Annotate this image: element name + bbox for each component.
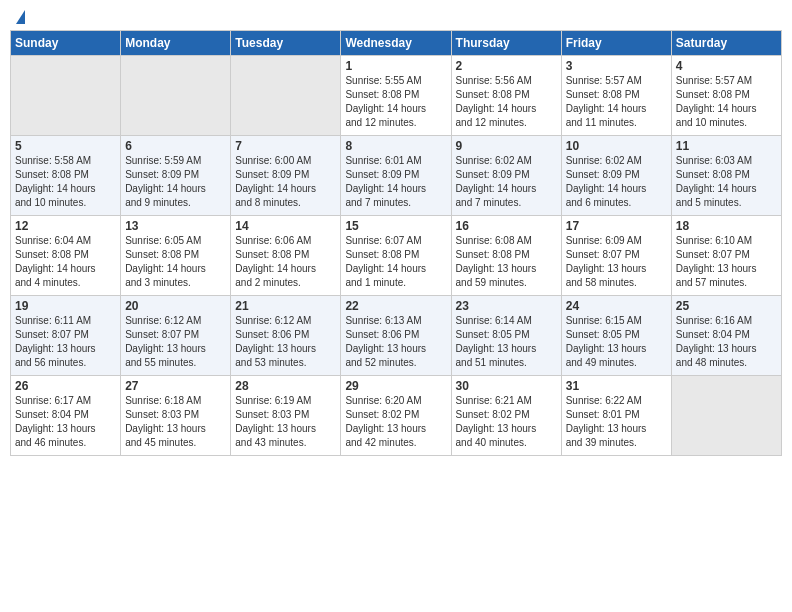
day-info: Sunrise: 6:13 AM Sunset: 8:06 PM Dayligh… [345,314,446,370]
day-number: 28 [235,379,336,393]
day-number: 9 [456,139,557,153]
day-number: 4 [676,59,777,73]
day-info: Sunrise: 6:16 AM Sunset: 8:04 PM Dayligh… [676,314,777,370]
day-info: Sunrise: 6:21 AM Sunset: 8:02 PM Dayligh… [456,394,557,450]
calendar-cell: 11Sunrise: 6:03 AM Sunset: 8:08 PM Dayli… [671,136,781,216]
day-info: Sunrise: 6:18 AM Sunset: 8:03 PM Dayligh… [125,394,226,450]
calendar-cell [11,56,121,136]
day-number: 24 [566,299,667,313]
weekday-header-friday: Friday [561,31,671,56]
day-number: 18 [676,219,777,233]
day-number: 15 [345,219,446,233]
day-info: Sunrise: 6:19 AM Sunset: 8:03 PM Dayligh… [235,394,336,450]
calendar-cell: 9Sunrise: 6:02 AM Sunset: 8:09 PM Daylig… [451,136,561,216]
day-number: 26 [15,379,116,393]
calendar-cell: 31Sunrise: 6:22 AM Sunset: 8:01 PM Dayli… [561,376,671,456]
calendar-cell [671,376,781,456]
day-number: 21 [235,299,336,313]
calendar-cell: 18Sunrise: 6:10 AM Sunset: 8:07 PM Dayli… [671,216,781,296]
day-info: Sunrise: 6:12 AM Sunset: 8:07 PM Dayligh… [125,314,226,370]
calendar-cell: 1Sunrise: 5:55 AM Sunset: 8:08 PM Daylig… [341,56,451,136]
day-info: Sunrise: 6:22 AM Sunset: 8:01 PM Dayligh… [566,394,667,450]
day-number: 30 [456,379,557,393]
day-info: Sunrise: 6:06 AM Sunset: 8:08 PM Dayligh… [235,234,336,290]
calendar-cell: 22Sunrise: 6:13 AM Sunset: 8:06 PM Dayli… [341,296,451,376]
calendar-cell: 6Sunrise: 5:59 AM Sunset: 8:09 PM Daylig… [121,136,231,216]
calendar-cell: 26Sunrise: 6:17 AM Sunset: 8:04 PM Dayli… [11,376,121,456]
calendar-header: SundayMondayTuesdayWednesdayThursdayFrid… [11,31,782,56]
day-number: 10 [566,139,667,153]
weekday-header-tuesday: Tuesday [231,31,341,56]
calendar-table: SundayMondayTuesdayWednesdayThursdayFrid… [10,30,782,456]
calendar-cell: 2Sunrise: 5:56 AM Sunset: 8:08 PM Daylig… [451,56,561,136]
day-number: 13 [125,219,226,233]
day-info: Sunrise: 6:12 AM Sunset: 8:06 PM Dayligh… [235,314,336,370]
day-number: 17 [566,219,667,233]
day-info: Sunrise: 6:07 AM Sunset: 8:08 PM Dayligh… [345,234,446,290]
calendar-cell: 3Sunrise: 5:57 AM Sunset: 8:08 PM Daylig… [561,56,671,136]
weekday-header-sunday: Sunday [11,31,121,56]
day-info: Sunrise: 5:55 AM Sunset: 8:08 PM Dayligh… [345,74,446,130]
calendar-cell: 20Sunrise: 6:12 AM Sunset: 8:07 PM Dayli… [121,296,231,376]
calendar-cell: 7Sunrise: 6:00 AM Sunset: 8:09 PM Daylig… [231,136,341,216]
day-number: 27 [125,379,226,393]
calendar-cell: 8Sunrise: 6:01 AM Sunset: 8:09 PM Daylig… [341,136,451,216]
weekday-header-thursday: Thursday [451,31,561,56]
day-number: 2 [456,59,557,73]
calendar-cell: 16Sunrise: 6:08 AM Sunset: 8:08 PM Dayli… [451,216,561,296]
day-number: 11 [676,139,777,153]
day-info: Sunrise: 6:20 AM Sunset: 8:02 PM Dayligh… [345,394,446,450]
day-number: 29 [345,379,446,393]
calendar-cell: 14Sunrise: 6:06 AM Sunset: 8:08 PM Dayli… [231,216,341,296]
page-header [10,10,782,24]
day-info: Sunrise: 5:57 AM Sunset: 8:08 PM Dayligh… [566,74,667,130]
calendar-cell: 28Sunrise: 6:19 AM Sunset: 8:03 PM Dayli… [231,376,341,456]
calendar-cell: 30Sunrise: 6:21 AM Sunset: 8:02 PM Dayli… [451,376,561,456]
day-info: Sunrise: 6:17 AM Sunset: 8:04 PM Dayligh… [15,394,116,450]
calendar-cell: 5Sunrise: 5:58 AM Sunset: 8:08 PM Daylig… [11,136,121,216]
logo-arrow-icon [16,10,25,24]
day-number: 14 [235,219,336,233]
calendar-cell: 12Sunrise: 6:04 AM Sunset: 8:08 PM Dayli… [11,216,121,296]
calendar-cell: 19Sunrise: 6:11 AM Sunset: 8:07 PM Dayli… [11,296,121,376]
day-info: Sunrise: 6:05 AM Sunset: 8:08 PM Dayligh… [125,234,226,290]
weekday-header-wednesday: Wednesday [341,31,451,56]
calendar-cell: 13Sunrise: 6:05 AM Sunset: 8:08 PM Dayli… [121,216,231,296]
day-number: 23 [456,299,557,313]
day-info: Sunrise: 6:08 AM Sunset: 8:08 PM Dayligh… [456,234,557,290]
calendar-cell: 27Sunrise: 6:18 AM Sunset: 8:03 PM Dayli… [121,376,231,456]
day-info: Sunrise: 5:56 AM Sunset: 8:08 PM Dayligh… [456,74,557,130]
day-number: 16 [456,219,557,233]
day-info: Sunrise: 6:15 AM Sunset: 8:05 PM Dayligh… [566,314,667,370]
weekday-header-saturday: Saturday [671,31,781,56]
calendar-cell: 15Sunrise: 6:07 AM Sunset: 8:08 PM Dayli… [341,216,451,296]
day-number: 7 [235,139,336,153]
day-number: 8 [345,139,446,153]
day-info: Sunrise: 6:02 AM Sunset: 8:09 PM Dayligh… [566,154,667,210]
day-number: 1 [345,59,446,73]
day-info: Sunrise: 5:59 AM Sunset: 8:09 PM Dayligh… [125,154,226,210]
weekday-header-monday: Monday [121,31,231,56]
day-info: Sunrise: 6:01 AM Sunset: 8:09 PM Dayligh… [345,154,446,210]
calendar-cell: 17Sunrise: 6:09 AM Sunset: 8:07 PM Dayli… [561,216,671,296]
day-info: Sunrise: 5:58 AM Sunset: 8:08 PM Dayligh… [15,154,116,210]
calendar-cell: 21Sunrise: 6:12 AM Sunset: 8:06 PM Dayli… [231,296,341,376]
day-info: Sunrise: 6:14 AM Sunset: 8:05 PM Dayligh… [456,314,557,370]
calendar-cell: 24Sunrise: 6:15 AM Sunset: 8:05 PM Dayli… [561,296,671,376]
day-number: 31 [566,379,667,393]
day-info: Sunrise: 6:11 AM Sunset: 8:07 PM Dayligh… [15,314,116,370]
day-number: 20 [125,299,226,313]
day-number: 3 [566,59,667,73]
day-info: Sunrise: 6:00 AM Sunset: 8:09 PM Dayligh… [235,154,336,210]
calendar-cell: 25Sunrise: 6:16 AM Sunset: 8:04 PM Dayli… [671,296,781,376]
day-info: Sunrise: 5:57 AM Sunset: 8:08 PM Dayligh… [676,74,777,130]
day-info: Sunrise: 6:02 AM Sunset: 8:09 PM Dayligh… [456,154,557,210]
day-number: 12 [15,219,116,233]
logo [14,10,25,24]
calendar-cell: 29Sunrise: 6:20 AM Sunset: 8:02 PM Dayli… [341,376,451,456]
calendar-cell: 4Sunrise: 5:57 AM Sunset: 8:08 PM Daylig… [671,56,781,136]
calendar-cell [231,56,341,136]
day-info: Sunrise: 6:09 AM Sunset: 8:07 PM Dayligh… [566,234,667,290]
calendar-cell: 23Sunrise: 6:14 AM Sunset: 8:05 PM Dayli… [451,296,561,376]
day-info: Sunrise: 6:03 AM Sunset: 8:08 PM Dayligh… [676,154,777,210]
